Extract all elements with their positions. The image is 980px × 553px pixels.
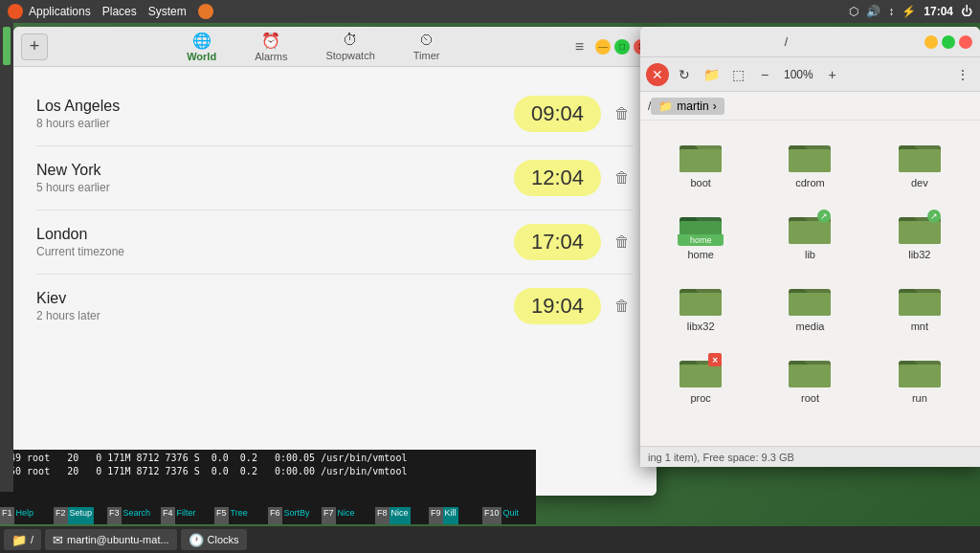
- folder-item-run[interactable]: run: [867, 343, 972, 411]
- folder-item-mnt[interactable]: mnt: [867, 272, 972, 340]
- tab-stopwatch[interactable]: ⏱ Stopwatch: [306, 28, 393, 65]
- clocks-titlebar: + 🌐 World ⏰ Alarms ⏱ Stopwatch ⏲ Timer: [13, 27, 657, 67]
- clock-delete-los-angeles[interactable]: 🗑: [611, 101, 634, 126]
- fm-breadcrumb: / 📁 martin ›: [640, 92, 980, 121]
- alarms-tab-label: Alarms: [255, 51, 287, 62]
- fm-refresh-button[interactable]: ↻: [673, 63, 696, 86]
- fm-statusbar-text: ing 1 item), Free space: 9.3 GB: [648, 452, 794, 463]
- stopwatch-tab-icon: ⏱: [343, 32, 358, 49]
- firefox-icon: [198, 4, 213, 19]
- folder-item-media[interactable]: media: [757, 272, 862, 340]
- fm-file-grid: boot cdrom dev: [640, 121, 980, 446]
- window-minimize-button[interactable]: —: [595, 39, 611, 55]
- clock-offset-london: Current timezone: [36, 245, 514, 258]
- applications-menu[interactable]: Applications: [29, 5, 91, 18]
- fm-zoom-in-button[interactable]: +: [821, 63, 844, 86]
- fkey-f8[interactable]: F8 Nice: [375, 507, 429, 524]
- tab-timer[interactable]: ⏲ Timer: [394, 28, 459, 65]
- fm-new-folder-button[interactable]: 📁: [700, 63, 723, 86]
- clocks-tabs: 🌐 World ⏰ Alarms ⏱ Stopwatch ⏲ Timer: [56, 28, 571, 66]
- clock-time-kiev: 19:04: [514, 288, 601, 324]
- svg-rect-20: [679, 365, 722, 387]
- folder-name-mnt: mnt: [911, 321, 928, 332]
- clock-info-kiev: Kiev 2 hours later: [36, 290, 514, 322]
- svg-rect-10: [789, 221, 831, 244]
- term-col-2-1: 750 root 20 0 171M 8712 7376 S 0.0 0.2 0…: [4, 465, 407, 478]
- taskbar-item-files[interactable]: 📁 /: [4, 529, 41, 550]
- fkey-f2[interactable]: F2 Setup: [54, 507, 107, 524]
- fm-back-button[interactable]: ✕: [646, 63, 669, 86]
- folder-name-media: media: [796, 321, 825, 332]
- power-icon: ⏻: [961, 5, 972, 18]
- fkey-f4[interactable]: F4 Filter: [161, 507, 214, 524]
- fm-more-button[interactable]: ⋮: [951, 63, 974, 86]
- taskbar-terminal-label: martin@ubuntu-mat...: [67, 534, 169, 545]
- svg-rect-12: [899, 221, 941, 244]
- folder-item-proc[interactable]: × proc: [648, 343, 753, 411]
- proc-lock-emblem: ×: [708, 353, 722, 366]
- battery-icon: ⚡: [902, 5, 916, 18]
- window-maximize-button[interactable]: □: [614, 39, 630, 55]
- taskbar: 📁 / ✉ martin@ubuntu-mat... 🕐 Clocks: [0, 526, 980, 553]
- folder-name-root: root: [801, 392, 819, 404]
- folder-item-boot[interactable]: boot: [648, 128, 753, 196]
- folder-item-dev[interactable]: dev: [867, 128, 972, 196]
- fm-breadcrumb-folder[interactable]: 📁 martin ›: [651, 98, 724, 115]
- folder-icon-lib32: ↗: [897, 208, 943, 246]
- fkey-f10[interactable]: F10 Quit: [482, 507, 536, 524]
- folder-name-home: home: [687, 249, 714, 260]
- fm-breadcrumb-folder-name: martin: [677, 100, 708, 113]
- folder-item-home[interactable]: home home: [648, 200, 753, 268]
- world-tab-icon: 🌐: [192, 32, 212, 50]
- fm-close-button[interactable]: [959, 35, 972, 49]
- system-menu[interactable]: System: [148, 5, 187, 18]
- folder-name-lib: lib: [805, 249, 815, 260]
- terminal-content: 749 root 20 0 171M 8712 7376 S 0.0 0.2 0…: [0, 450, 536, 480]
- clock-delete-new-york[interactable]: 🗑: [611, 166, 634, 190]
- folder-item-cdrom[interactable]: cdrom: [757, 128, 862, 196]
- clock-offset-kiev: 2 hours later: [36, 309, 514, 322]
- svg-rect-24: [899, 365, 941, 387]
- fm-maximize-button[interactable]: [942, 35, 955, 49]
- fm-window-title: /: [648, 35, 924, 49]
- function-key-bar: F1 Help F2 Setup F3 Search F4 Filter F5 …: [0, 507, 536, 524]
- folder-item-lib32[interactable]: ↗ lib32: [867, 200, 972, 268]
- fm-breadcrumb-chevron: ›: [713, 100, 717, 113]
- tab-world[interactable]: 🌐 World: [167, 28, 235, 66]
- clocks-window: + 🌐 World ⏰ Alarms ⏱ Stopwatch ⏲ Timer: [13, 27, 657, 496]
- left-panel: [0, 23, 13, 492]
- folder-item-lib[interactable]: ↗ lib: [757, 200, 862, 268]
- clock-time-new-york: 12:04: [514, 160, 601, 196]
- clock-delete-london[interactable]: 🗑: [611, 230, 634, 254]
- add-clock-button[interactable]: +: [21, 33, 48, 60]
- taskbar-clocks-label: Clocks: [208, 534, 239, 545]
- panel-indicator: [3, 27, 11, 65]
- taskbar-item-terminal[interactable]: ✉ martin@ubuntu-mat...: [45, 529, 177, 550]
- folder-item-libx32[interactable]: libx32: [648, 272, 753, 340]
- taskbar-files-label: /: [31, 534, 33, 545]
- fkey-f3[interactable]: F3 Search: [107, 507, 161, 524]
- home-badge: home: [678, 234, 724, 246]
- timer-tab-label: Timer: [413, 50, 440, 61]
- fkey-f1[interactable]: F1 Help: [0, 507, 54, 524]
- lib32-link-emblem: ↗: [927, 210, 941, 223]
- fkey-f5[interactable]: F5 Tree: [214, 507, 268, 524]
- folder-icon-dev: [897, 136, 943, 174]
- fkey-f6[interactable]: F6 SortBy: [268, 507, 322, 524]
- fm-view-button[interactable]: ⬚: [726, 63, 749, 86]
- clock-info-los-angeles: Los Angeles 8 hours earlier: [36, 98, 514, 130]
- fm-zoom-out-button[interactable]: −: [753, 63, 776, 86]
- svg-rect-14: [679, 293, 722, 316]
- folder-item-root[interactable]: root: [757, 343, 862, 411]
- terminal-window[interactable]: 749 root 20 0 171M 8712 7376 S 0.0 0.2 0…: [0, 450, 536, 524]
- clocks-menu-button[interactable]: ≡: [571, 34, 588, 59]
- stopwatch-tab-label: Stopwatch: [325, 50, 374, 61]
- tab-alarms[interactable]: ⏰ Alarms: [235, 28, 306, 66]
- fm-minimize-button[interactable]: [924, 35, 938, 49]
- taskbar-item-clocks[interactable]: 🕐 Clocks: [181, 529, 247, 550]
- fkey-f9[interactable]: F9 Kill: [429, 507, 482, 524]
- taskbar-terminal-icon: ✉: [53, 533, 63, 547]
- fkey-f7[interactable]: F7 Nice: [322, 507, 375, 524]
- places-menu[interactable]: Places: [102, 5, 137, 18]
- clock-delete-kiev[interactable]: 🗑: [611, 294, 634, 319]
